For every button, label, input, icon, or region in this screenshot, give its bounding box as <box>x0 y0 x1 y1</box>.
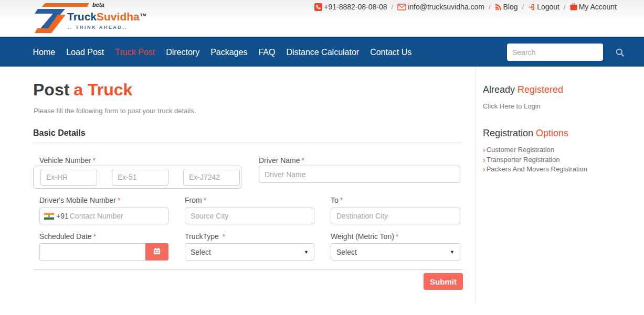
driver-name-input[interactable] <box>259 166 460 183</box>
weight-selected-value: Select <box>336 248 357 256</box>
scheduled-date-label: Scheduled Date* <box>39 232 96 241</box>
chevron-down-icon: ▼ <box>304 249 309 255</box>
phone-number: +91-8882-08-08-08 <box>324 3 387 11</box>
chevron-down-icon: ▼ <box>450 249 455 255</box>
truck-type-label: TruckType * <box>185 232 225 241</box>
logout-label: Logout <box>537 3 559 11</box>
scheduled-date-input[interactable] <box>39 243 145 260</box>
separator: / <box>392 3 394 11</box>
logo-tm: TM <box>140 13 146 17</box>
form-bottom-divider <box>33 269 462 270</box>
required-asterisk: * <box>340 196 343 204</box>
email-address: info@trucksuvidha.com <box>408 3 484 11</box>
truck-type-selected-value: Select <box>191 248 211 256</box>
logo-beta-label: beta <box>92 2 104 8</box>
transporter-registration-link[interactable]: ›Transporter Registration <box>483 155 587 165</box>
weight-label: Weight (Metric Ton)* <box>331 232 398 241</box>
page-root: beta TruckSuvidhaTM .. THINK AHEAD.. +91… <box>0 0 644 315</box>
nav-item-truck-post[interactable]: Truck Post <box>110 48 161 57</box>
my-account-label: My Account <box>579 3 617 11</box>
content-area: Posta Truck Please fill the following fo… <box>0 67 644 315</box>
vehicle-number-group <box>33 166 241 189</box>
to-label: To* <box>331 196 343 204</box>
required-asterisk: * <box>93 156 96 165</box>
india-flag-icon <box>44 213 54 220</box>
packers-movers-registration-link[interactable]: ›Packers And Movers Registration <box>483 165 587 175</box>
calendar-button[interactable] <box>145 243 168 260</box>
driver-mobile-input[interactable] <box>69 212 168 220</box>
separator: / <box>522 3 524 11</box>
registration-options-heading: Registration Options <box>483 128 568 139</box>
chevron-right-icon: › <box>483 155 485 165</box>
required-asterisk: * <box>396 232 398 241</box>
nav-item-distance-calculator[interactable]: Distance Calculator <box>281 48 365 57</box>
nav-item-packages[interactable]: Packages <box>205 48 253 57</box>
chevron-right-icon: › <box>483 145 485 155</box>
from-city-input[interactable] <box>185 208 314 224</box>
required-asterisk: * <box>204 196 206 204</box>
separator: / <box>489 3 491 11</box>
vehicle-number-series-input[interactable] <box>183 169 240 186</box>
logo-word-suvidha: Suvidha <box>97 10 140 23</box>
required-asterisk: * <box>118 196 120 204</box>
truck-type-select[interactable]: Select ▼ <box>185 243 314 260</box>
registration-links: ›Customer Registration ›Transporter Regi… <box>483 145 587 175</box>
envelope-icon <box>397 4 406 10</box>
nav-item-home[interactable]: Home <box>27 48 61 57</box>
section-divider <box>33 143 462 143</box>
calendar-icon <box>153 247 161 256</box>
search-input[interactable] <box>507 44 603 61</box>
logo[interactable]: beta TruckSuvidhaTM .. THINK AHEAD.. <box>30 2 167 35</box>
required-asterisk: * <box>93 232 96 241</box>
driver-mobile-label: Driver's Mobile Number* <box>39 196 120 204</box>
required-asterisk: * <box>302 156 304 165</box>
vehicle-number-district-input[interactable] <box>112 169 168 186</box>
section-title: Basic Details <box>33 128 86 138</box>
blog-link[interactable]: Blog <box>495 3 518 11</box>
nav-item-directory[interactable]: Directory <box>161 48 205 57</box>
already-registered-heading: Already Registered <box>483 84 563 95</box>
vertical-divider <box>475 67 476 303</box>
required-asterisk: * <box>223 232 225 241</box>
page-title-part2: a Truck <box>73 80 132 99</box>
topbar-links: +91-8882-08-08-08 / info@trucksuvidha.co… <box>314 3 617 11</box>
phone-icon <box>314 3 322 11</box>
search-box <box>507 44 603 61</box>
my-account-link[interactable]: My Account <box>570 3 617 11</box>
driver-name-label: Driver Name* <box>259 156 304 165</box>
email-link[interactable]: info@trucksuvidha.com <box>397 3 484 11</box>
main-navbar: Home Load Post Truck Post Directory Pack… <box>0 37 644 67</box>
logout-link[interactable]: Logout <box>528 3 559 11</box>
page-title: Posta Truck <box>33 80 132 100</box>
rss-icon <box>495 4 502 10</box>
vehicle-number-state-input[interactable] <box>40 169 97 186</box>
to-city-input[interactable] <box>331 208 460 224</box>
briefcase-icon <box>570 3 577 10</box>
nav-item-faq[interactable]: FAQ <box>253 48 281 57</box>
page-title-part1: Post <box>33 80 69 99</box>
separator: / <box>564 3 566 11</box>
login-link[interactable]: Click Here to Login <box>483 102 541 110</box>
site-header: beta TruckSuvidhaTM .. THINK AHEAD.. +91… <box>0 0 644 37</box>
page-subtitle: Please fill the following form to post y… <box>34 107 196 115</box>
submit-button[interactable]: Submit <box>424 273 463 290</box>
nav-item-contact-us[interactable]: Contact Us <box>365 48 417 57</box>
blog-label: Blog <box>503 3 518 11</box>
scheduled-date-field <box>39 243 168 260</box>
search-icon[interactable] <box>616 48 625 59</box>
logo-word-truck: Truck <box>67 10 97 23</box>
country-code-prefix: +91 <box>56 212 69 220</box>
weight-select[interactable]: Select ▼ <box>331 243 460 260</box>
chevron-right-icon: › <box>483 165 485 175</box>
phone-link[interactable]: +91-8882-08-08-08 <box>314 3 387 11</box>
vehicle-number-label: Vehicle Number* <box>39 156 96 165</box>
logout-icon <box>528 4 535 10</box>
driver-mobile-field: +91 <box>39 208 168 224</box>
from-label: From* <box>185 196 206 204</box>
customer-registration-link[interactable]: ›Customer Registration <box>483 145 587 155</box>
logo-wordmark: TruckSuvidhaTM <box>67 10 146 23</box>
nav-item-load-post[interactable]: Load Post <box>61 48 110 57</box>
logo-tagline: .. THINK AHEAD.. <box>68 25 128 30</box>
